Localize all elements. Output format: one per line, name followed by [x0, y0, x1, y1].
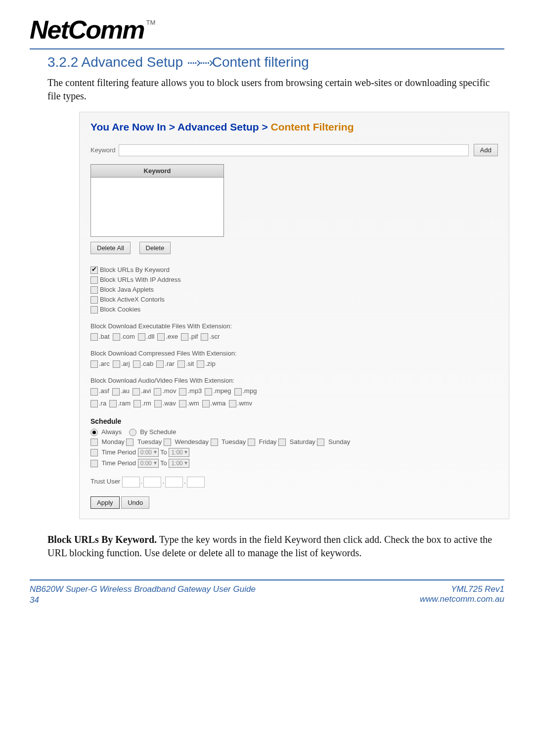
add-button[interactable]: Add: [474, 144, 498, 156]
page-number: 34: [30, 595, 256, 605]
day-checkbox[interactable]: [164, 439, 171, 446]
divider-top: [30, 48, 504, 49]
radio-always[interactable]: [90, 429, 98, 436]
ext-checkbox[interactable]: [179, 388, 186, 396]
day-checkbox[interactable]: [211, 439, 218, 446]
day-checkbox[interactable]: [126, 439, 134, 446]
ext-checkbox[interactable]: [113, 360, 120, 368]
ext-checkbox[interactable]: [90, 388, 98, 396]
day-label: Tuesday: [220, 438, 248, 445]
block-opt-checkbox[interactable]: [90, 306, 98, 313]
comp-ext-title: Block Download Compressed Files With Ext…: [90, 350, 498, 357]
ext-checkbox[interactable]: [90, 400, 98, 407]
section-name: Content filtering: [212, 54, 309, 70]
ext-checkbox[interactable]: [113, 333, 120, 341]
trust-ip-4[interactable]: [187, 477, 205, 488]
ext-checkbox[interactable]: [229, 400, 236, 407]
ext-label: .arj: [121, 360, 130, 367]
day-checkbox[interactable]: [317, 439, 324, 446]
block-opt-checkbox[interactable]: [90, 286, 98, 294]
screenshot-panel: You Are Now In > Advanced Setup > Conten…: [79, 112, 509, 519]
ext-label: .mp3: [187, 387, 202, 395]
footer-guide-title: NB620W Super-G Wireless Broadband Gatewa…: [30, 584, 256, 594]
ext-checkbox[interactable]: [181, 333, 188, 341]
ext-checkbox[interactable]: [157, 333, 165, 341]
body-paragraph: Block URLs By Keyword. Type the key word…: [47, 533, 504, 560]
footer-doc-rev: YML725 Rev1: [420, 584, 504, 594]
day-label: Tuesday: [135, 438, 163, 445]
time2-from-select[interactable]: 0:00: [138, 459, 159, 468]
radio-by-schedule[interactable]: [129, 429, 136, 436]
time1-from-select[interactable]: 0:00: [138, 448, 159, 457]
keyword-empty-cell: [91, 178, 224, 237]
delete-all-button[interactable]: Delete All: [90, 242, 131, 254]
trust-ip-1[interactable]: [122, 477, 140, 488]
day-checkbox[interactable]: [90, 439, 98, 446]
day-label: Sunday: [326, 438, 350, 445]
time1-to-select[interactable]: 1:00: [169, 448, 189, 457]
ext-checkbox[interactable]: [154, 400, 162, 407]
ext-checkbox[interactable]: [179, 400, 186, 407]
to-label-1: To: [160, 448, 167, 456]
brand-logo: NetComm: [30, 15, 144, 44]
block-opt-checkbox[interactable]: [90, 267, 98, 274]
block-opt-checkbox[interactable]: [90, 296, 98, 304]
day-label: Wendesday: [173, 438, 211, 445]
ext-label: .ra: [99, 400, 106, 407]
ext-label: .wav: [163, 400, 176, 407]
day-checkbox[interactable]: [248, 439, 255, 446]
ext-label: .pif: [189, 333, 198, 340]
by-schedule-label: By Schedule: [140, 428, 176, 436]
ext-checkbox[interactable]: [201, 333, 208, 341]
ext-checkbox[interactable]: [90, 333, 98, 341]
ext-checkbox[interactable]: [133, 388, 140, 396]
ext-checkbox[interactable]: [133, 360, 140, 368]
ext-label: .asf: [99, 387, 109, 395]
delete-button[interactable]: Delete: [139, 242, 171, 254]
ext-label: .mov: [162, 387, 176, 395]
ext-checkbox[interactable]: [156, 360, 164, 368]
intro-text: The content filtering feature allows you…: [47, 76, 504, 103]
ext-checkbox[interactable]: [109, 400, 117, 407]
breadcrumb: You Are Now In > Advanced Setup > Conten…: [90, 121, 498, 133]
trust-ip-3[interactable]: [165, 477, 183, 488]
ext-label: .au: [121, 387, 130, 395]
crumb-mid: Advanced Setup: [178, 121, 259, 133]
day-label: Monday: [100, 438, 126, 445]
ext-checkbox[interactable]: [234, 388, 242, 396]
ext-label: .mpeg: [213, 387, 231, 395]
day-checkbox[interactable]: [278, 439, 286, 446]
trust-ip-2[interactable]: [143, 477, 161, 488]
keyword-input[interactable]: [119, 144, 469, 156]
ext-checkbox[interactable]: [205, 388, 212, 396]
trademark: TM: [146, 19, 156, 26]
ext-label: .zip: [205, 360, 215, 367]
undo-button[interactable]: Undo: [121, 496, 149, 509]
time-period-2-checkbox[interactable]: [90, 460, 98, 467]
ext-checkbox[interactable]: [112, 388, 120, 396]
block-opt-label: Block URLs With IP Address: [100, 276, 181, 283]
ext-label: .wmv: [237, 400, 252, 407]
ext-checkbox[interactable]: [178, 360, 185, 368]
to-label-2: To: [160, 459, 167, 467]
section-heading: 3.2.2 Advanced Setup ····›····›Content f…: [47, 54, 504, 70]
block-opt-label: Block ActiveX Contorls: [100, 296, 165, 303]
ext-checkbox[interactable]: [90, 360, 98, 368]
ext-checkbox[interactable]: [154, 388, 161, 396]
crumb-root: You Are Now In: [90, 121, 166, 133]
ext-label: .wma: [211, 400, 226, 407]
ext-checkbox[interactable]: [134, 400, 141, 407]
block-opt-checkbox[interactable]: [90, 276, 98, 284]
time2-to-select[interactable]: 1:00: [169, 459, 189, 468]
ext-checkbox[interactable]: [138, 333, 145, 341]
trust-user-label: Trust User: [90, 478, 120, 485]
ext-checkbox[interactable]: [202, 400, 210, 407]
time-period-1-checkbox[interactable]: [90, 449, 98, 456]
apply-button[interactable]: Apply: [90, 496, 120, 509]
ext-label: .avi: [141, 387, 151, 395]
divider-bottom: [30, 579, 504, 580]
ext-label: .sit: [186, 360, 194, 367]
keyword-col-header: Keyword: [91, 165, 224, 178]
footer-url: www.netcomm.com.au: [420, 594, 504, 604]
ext-checkbox[interactable]: [197, 360, 204, 368]
